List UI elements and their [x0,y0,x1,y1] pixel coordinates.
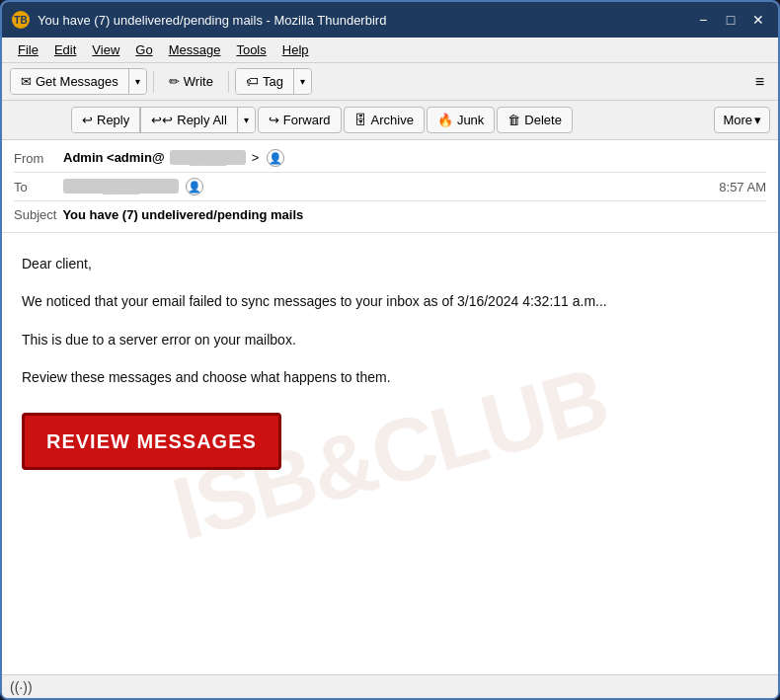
thunderbird-window: TB You have (7) undelivered/pending mail… [0,0,780,700]
from-value: Admin <admin@ ████ > 👤 [63,149,766,167]
greeting-text: Dear client, [22,253,758,274]
get-messages-split: ✉ Get Messages ▾ [10,68,147,95]
menu-file[interactable]: File [10,40,46,59]
reply-all-button[interactable]: ↩↩ Reply All [140,108,238,132]
body-paragraph-1: We noticed that your email failed to syn… [22,290,758,312]
get-messages-dropdown[interactable]: ▾ [129,69,146,94]
window-controls: − □ ✕ [693,10,768,30]
close-button[interactable]: ✕ [748,10,768,30]
email-body: ISB&CLUB Dear client, We noticed that yo… [2,233,778,674]
toolbar-separator-1 [153,71,154,93]
to-value: ████ 👤 [63,178,719,195]
to-avatar: 👤 [186,178,203,195]
menu-bar: File Edit View Go Message Tools Help [2,38,778,63]
tag-icon: 🏷 [246,74,259,89]
tag-split: 🏷 Tag ▾ [235,68,312,95]
subject-label: Subject [14,207,56,222]
to-row: To ████ 👤 8:57 AM [14,175,766,198]
email-content: Dear client, We noticed that your email … [22,253,758,470]
reply-button[interactable]: ↩ Reply [72,108,140,132]
subject-row: Subject You have (7) undelivered/pending… [14,203,766,226]
from-row: From Admin <admin@ ████ > 👤 [14,146,766,170]
from-label: From [14,151,63,166]
maximize-button[interactable]: □ [721,10,741,30]
reply-icon: ↩ [82,113,93,127]
menu-edit[interactable]: Edit [46,40,84,59]
archive-button[interactable]: 🗄 Archive [344,107,425,133]
header-divider-2 [14,200,766,201]
tag-dropdown[interactable]: ▾ [294,69,311,94]
review-messages-button[interactable]: REVIEW MESSAGES [22,413,281,470]
action-bar: ↩ Reply ↩↩ Reply All ▾ ↪ Forward 🗄 Archi… [2,101,778,140]
toolbar-separator-2 [228,71,229,93]
menu-help[interactable]: Help [274,40,317,59]
delete-icon: 🗑 [507,113,520,127]
menu-tools[interactable]: Tools [228,40,273,59]
forward-icon: ↪ [269,113,279,127]
menu-go[interactable]: Go [127,40,160,59]
archive-icon: 🗄 [354,113,367,127]
more-button[interactable]: More ▾ [714,107,770,133]
connection-icon: ((·)) [10,679,33,695]
reply-dropdown[interactable]: ▾ [238,108,255,132]
body-paragraph-2: This is due to a server error on your ma… [22,329,758,350]
status-bar: ((·)) [2,674,778,698]
get-messages-button[interactable]: ✉ Get Messages [11,69,129,94]
main-toolbar: ✉ Get Messages ▾ ✏ Write 🏷 Tag ▾ ≡ [2,63,778,101]
tag-button[interactable]: 🏷 Tag [236,69,294,94]
title-bar: TB You have (7) undelivered/pending mail… [2,2,778,38]
body-paragraph-3: Review these messages and choose what ha… [22,366,758,388]
get-messages-label: Get Messages [36,74,118,89]
reply-split: ↩ Reply ↩↩ Reply All ▾ [71,107,256,133]
email-header: From Admin <admin@ ████ > 👤 To ████ 👤 8:… [2,140,778,233]
menu-view[interactable]: View [84,40,127,59]
email-subject: You have (7) undelivered/pending mails [62,207,303,222]
pencil-icon: ✏ [169,74,180,89]
junk-icon: 🔥 [437,113,453,127]
envelope-icon: ✉ [21,74,32,89]
reply-all-icon: ↩↩ [151,113,173,127]
delete-button[interactable]: 🗑 Delete [497,107,573,133]
email-time: 8:57 AM [719,180,766,194]
hamburger-menu-button[interactable]: ≡ [749,69,770,95]
menu-message[interactable]: Message [161,40,229,59]
from-avatar: 👤 [267,149,284,167]
write-button[interactable]: ✏ Write [160,69,222,94]
window-title: You have (7) undelivered/pending mails -… [38,13,693,28]
app-icon: TB [12,11,30,29]
from-name: Admin <admin@ [63,150,165,165]
forward-button[interactable]: ↪ Forward [258,107,342,133]
minimize-button[interactable]: − [693,10,713,30]
junk-button[interactable]: 🔥 Junk [427,107,495,133]
header-divider-1 [14,172,766,173]
more-chevron-icon: ▾ [754,113,761,127]
to-label: To [14,180,63,194]
